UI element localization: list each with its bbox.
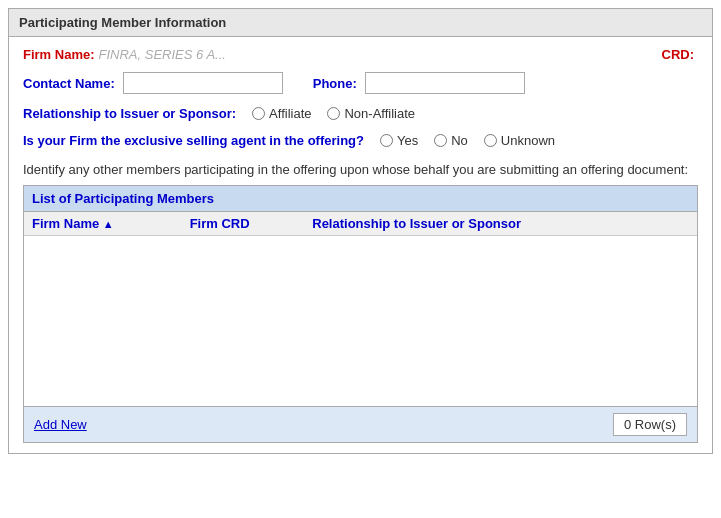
- crd-label: CRD:: [662, 47, 695, 62]
- exclusive-radio-group: Yes No Unknown: [380, 133, 555, 148]
- list-footer: Add New 0 Row(s): [24, 406, 697, 442]
- yes-label: Yes: [397, 133, 418, 148]
- table-body: [24, 236, 697, 406]
- list-container: List of Participating Members Firm Name …: [23, 185, 698, 443]
- list-header: List of Participating Members: [24, 186, 697, 212]
- affiliate-option[interactable]: Affiliate: [252, 106, 311, 121]
- no-label: No: [451, 133, 468, 148]
- firm-name-value: FINRA, SERIES 6 A...: [99, 47, 662, 62]
- relationship-col-label: Relationship to Issuer or Sponsor: [312, 216, 521, 231]
- no-option[interactable]: No: [434, 133, 468, 148]
- row-count-badge: 0 Row(s): [613, 413, 687, 436]
- firm-crd-col-header: Firm CRD: [182, 212, 305, 236]
- exclusive-row: Is your Firm the exclusive selling agent…: [23, 133, 698, 148]
- firm-name-label: Firm Name:: [23, 47, 95, 62]
- contact-row: Contact Name: Phone:: [23, 72, 698, 94]
- identify-text: Identify any other members participating…: [23, 162, 698, 177]
- unknown-option[interactable]: Unknown: [484, 133, 555, 148]
- unknown-radio[interactable]: [484, 134, 497, 147]
- table-header-row: Firm Name ▲ Firm CRD Relationship to Iss…: [24, 212, 697, 236]
- crd-section: CRD:: [662, 47, 699, 62]
- relationship-label: Relationship to Issuer or Sponsor:: [23, 106, 236, 121]
- no-radio[interactable]: [434, 134, 447, 147]
- section-title: Participating Member Information: [19, 15, 226, 30]
- form-body: Firm Name: FINRA, SERIES 6 A... CRD: Con…: [9, 37, 712, 453]
- main-container: Participating Member Information Firm Na…: [8, 8, 713, 454]
- empty-row: [24, 236, 697, 406]
- empty-area: [24, 236, 697, 406]
- affiliate-label: Affiliate: [269, 106, 311, 121]
- add-new-link[interactable]: Add New: [34, 417, 87, 432]
- sort-arrow-icon: ▲: [103, 218, 114, 230]
- phone-label: Phone:: [313, 76, 357, 91]
- unknown-label: Unknown: [501, 133, 555, 148]
- exclusive-label: Is your Firm the exclusive selling agent…: [23, 133, 364, 148]
- non-affiliate-radio[interactable]: [327, 107, 340, 120]
- relationship-row: Relationship to Issuer or Sponsor: Affil…: [23, 106, 698, 121]
- firm-row: Firm Name: FINRA, SERIES 6 A... CRD:: [23, 47, 698, 62]
- yes-radio[interactable]: [380, 134, 393, 147]
- yes-option[interactable]: Yes: [380, 133, 418, 148]
- firm-crd-col-label: Firm CRD: [190, 216, 250, 231]
- contact-name-input[interactable]: [123, 72, 283, 94]
- table-head: Firm Name ▲ Firm CRD Relationship to Iss…: [24, 212, 697, 236]
- firm-name-col-label: Firm Name: [32, 216, 103, 231]
- section-header: Participating Member Information: [9, 9, 712, 37]
- non-affiliate-option[interactable]: Non-Affiliate: [327, 106, 415, 121]
- participating-members-table: Firm Name ▲ Firm CRD Relationship to Iss…: [24, 212, 697, 406]
- non-affiliate-label: Non-Affiliate: [344, 106, 415, 121]
- action-col-header: [667, 212, 697, 236]
- relationship-radio-group: Affiliate Non-Affiliate: [252, 106, 415, 121]
- firm-name-col-header: Firm Name ▲: [24, 212, 182, 236]
- contact-name-label: Contact Name:: [23, 76, 115, 91]
- phone-input[interactable]: [365, 72, 525, 94]
- affiliate-radio[interactable]: [252, 107, 265, 120]
- relationship-col-header: Relationship to Issuer or Sponsor: [304, 212, 667, 236]
